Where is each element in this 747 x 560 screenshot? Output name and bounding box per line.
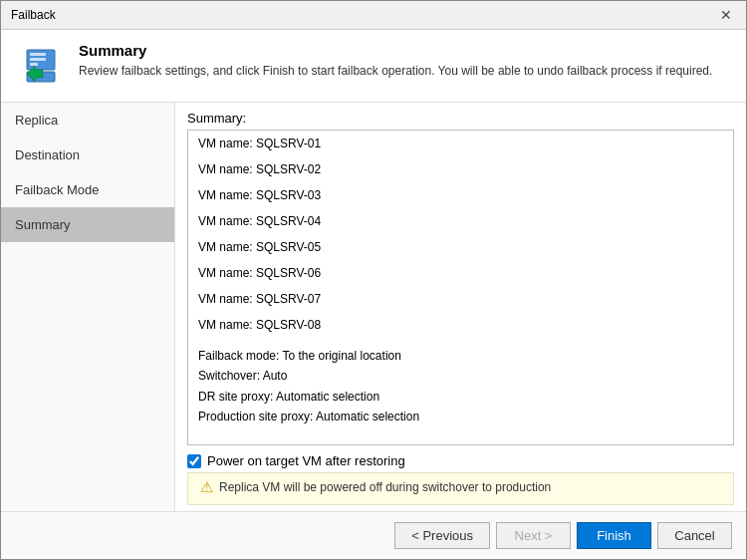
title-bar-title: Failback: [11, 8, 56, 22]
finish-button[interactable]: Finish: [577, 522, 651, 549]
next-button[interactable]: Next >: [496, 522, 571, 549]
sidebar-item-summary[interactable]: Summary: [1, 207, 174, 242]
previous-button[interactable]: < Previous: [394, 522, 490, 549]
list-item: VM name: SQLSRV-04: [188, 208, 733, 234]
warning-row: ⚠ Replica VM will be powered off during …: [187, 472, 734, 505]
svg-rect-3: [30, 58, 46, 61]
list-item: VM name: SQLSRV-06: [188, 260, 733, 286]
extra-info: Failback mode: To the original location …: [188, 338, 733, 433]
warning-text: Replica VM will be powered off during sw…: [219, 480, 551, 494]
summary-list-container: VM name: SQLSRV-01 VM name: SQLSRV-02 VM…: [187, 130, 734, 445]
title-bar-left: Failback: [11, 8, 56, 22]
close-button[interactable]: ✕: [716, 7, 736, 23]
svg-rect-2: [30, 53, 46, 56]
sidebar-item-replica[interactable]: Replica: [1, 103, 174, 138]
content-area: Summary: VM name: SQLSRV-01 VM name: SQL…: [175, 103, 746, 511]
summary-list[interactable]: VM name: SQLSRV-01 VM name: SQLSRV-02 VM…: [188, 131, 733, 444]
cancel-button[interactable]: Cancel: [657, 522, 732, 549]
footer: < Previous Next > Finish Cancel: [1, 511, 746, 559]
list-item: VM name: SQLSRV-01: [188, 131, 733, 156]
svg-rect-4: [30, 63, 38, 66]
list-item: VM name: SQLSRV-03: [188, 182, 733, 208]
summary-label: Summary:: [175, 103, 746, 130]
failback-dialog: Failback ✕ Summary Review failback setti…: [0, 0, 747, 560]
list-item: VM name: SQLSRV-05: [188, 234, 733, 260]
header-description: Review failback settings, and click Fini…: [79, 63, 712, 80]
main-content: Replica Destination Failback Mode Summar…: [1, 103, 746, 511]
sidebar-item-destination[interactable]: Destination: [1, 138, 174, 172]
sidebar-item-failback-mode[interactable]: Failback Mode: [1, 172, 174, 207]
list-item: VM name: SQLSRV-08: [188, 312, 733, 338]
failback-icon: [17, 42, 65, 90]
list-item: VM name: SQLSRV-07: [188, 286, 733, 312]
checkbox-label: Power on target VM after restoring: [207, 453, 405, 468]
header-title: Summary: [79, 42, 712, 59]
title-bar: Failback ✕: [1, 1, 746, 30]
list-item: VM name: SQLSRV-02: [188, 156, 733, 182]
power-on-checkbox[interactable]: [187, 454, 201, 468]
header-section: Summary Review failback settings, and cl…: [1, 30, 746, 103]
sidebar: Replica Destination Failback Mode Summar…: [1, 103, 175, 511]
checkbox-row: Power on target VM after restoring: [175, 445, 746, 472]
warning-icon: ⚠: [200, 478, 213, 496]
header-text: Summary Review failback settings, and cl…: [79, 42, 712, 80]
